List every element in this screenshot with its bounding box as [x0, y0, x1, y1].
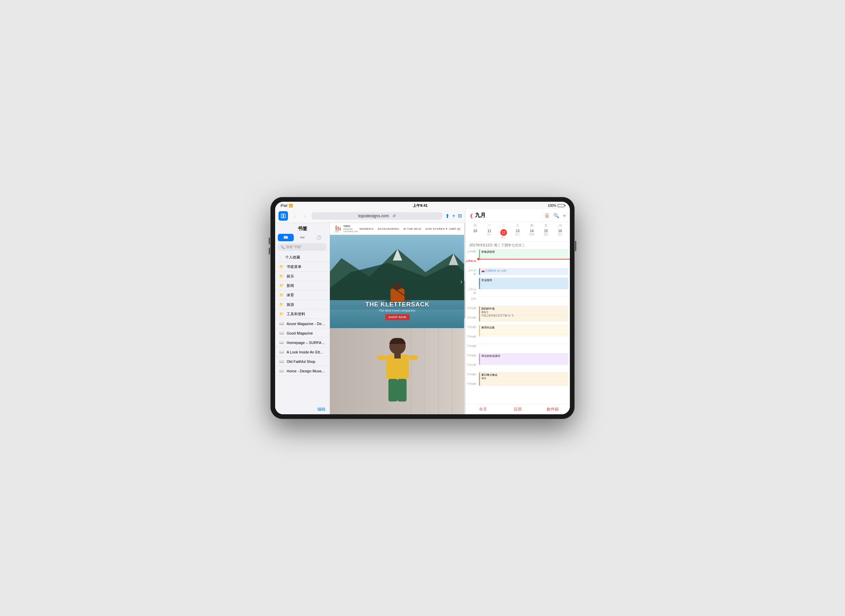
- tab-reading[interactable]: 👓: [294, 234, 310, 241]
- cal-day-10[interactable]: 10: [468, 229, 482, 240]
- share-icon[interactable]: ⬆: [445, 213, 450, 219]
- status-bar: iPad 📶 上午9:41 100%: [275, 202, 570, 209]
- time-label: 上午9时: [465, 249, 478, 258]
- sidebar-item-favorites[interactable]: ☆ 个人收藏 ›: [275, 253, 330, 262]
- sidebar-item-tools[interactable]: 📁 工具和资料: [275, 309, 330, 319]
- forward-button[interactable]: ›: [301, 212, 309, 220]
- nav-accessories[interactable]: ACCESSORIES: [377, 227, 399, 230]
- time-content: [478, 381, 570, 391]
- time-content: 🚗 行程时间 30 分钟: [478, 268, 570, 277]
- sidebar-item-sports[interactable]: 📁 体育: [275, 290, 330, 300]
- sidebar-items-list: ☆ 个人收藏 › 📁 书签菜单 📁 娱乐: [275, 253, 330, 405]
- weekday-sun: 日: [468, 223, 482, 228]
- shop-now-button[interactable]: SHOP NOW: [385, 314, 410, 320]
- calendar-button[interactable]: 日历: [500, 406, 535, 412]
- nav-womens[interactable]: WOMEN'S: [359, 227, 374, 230]
- star-icon: ☆: [279, 255, 283, 260]
- time-content-current: [478, 258, 570, 268]
- toolbar-actions: ⬆ + ⧉: [445, 213, 462, 219]
- sidebar-item-entertainment[interactable]: 📁 娱乐: [275, 272, 330, 281]
- sidebar-item-design-museum[interactable]: 📖 Home - Design Museum: [275, 366, 330, 376]
- ipad-screen: iPad 📶 上午9:41 100%: [275, 202, 570, 414]
- address-bar[interactable]: topodesigns.com ↺: [312, 212, 442, 220]
- calendar-list-icon[interactable]: ☰: [545, 213, 549, 218]
- scroll-thumb[interactable]: [464, 280, 465, 319]
- sidebar-item-label: 书签菜单: [287, 264, 326, 269]
- battery-percent: 100%: [547, 204, 556, 207]
- folder-icon: 📁: [279, 274, 284, 279]
- sidebar-tabs: 📖 👓 🕐: [275, 234, 330, 243]
- sidebar-item-azure[interactable]: 📖 Azure Magazine - Design | Arc...: [275, 319, 330, 329]
- calendar-add-icon[interactable]: +: [563, 213, 566, 218]
- next-slide-arrow[interactable]: ›: [461, 278, 462, 285]
- cal-day-16[interactable]: 16 廿六: [553, 229, 567, 240]
- sidebar-item-ettore[interactable]: 📖 A Look Inside An Ettore Sotts...: [275, 348, 330, 357]
- event-title: 跟妈妈午饭: [481, 307, 567, 311]
- sidebar-title: 书签: [275, 223, 330, 234]
- event-title: 夏日篝火晚会: [481, 373, 567, 377]
- hero-image-top: THE KLETTERSACK The ideal travel compani…: [330, 235, 465, 328]
- bookmarks-sidebar: 书签 📖 👓 🕐 🔍 搜索"书签": [275, 223, 330, 414]
- status-bar-time: 上午9:41: [413, 203, 428, 208]
- sidebar-item-surface[interactable]: 📖 Homepage – SURFACE: [275, 338, 330, 348]
- svg-rect-0: [281, 214, 283, 218]
- nav-in-the-wild[interactable]: IN THE WILD: [403, 227, 421, 230]
- inbox-button[interactable]: 收件箱: [535, 406, 570, 412]
- time-content: [478, 315, 570, 325]
- sidebar-item-label: A Look Inside An Ettore Sotts...: [287, 350, 326, 354]
- time-slot-5pm: 下午5时: [465, 344, 570, 353]
- event-travel[interactable]: 🚗 行程时间 30 分钟: [479, 268, 569, 275]
- volume-down-button[interactable]: [269, 248, 270, 254]
- cal-day-14[interactable]: 14 廿四: [525, 229, 539, 240]
- event-aerobics[interactable]: 有氧训练营: [479, 249, 569, 258]
- time-slot-11am: 上午11时: [465, 287, 570, 296]
- sidebar-item-label: Home - Design Museum: [287, 369, 326, 373]
- bookmarks-button[interactable]: [279, 211, 288, 221]
- power-button[interactable]: [575, 241, 576, 251]
- web-content-area: TOPO DESIGNS TOPO DESIGNS COLORADO, USA: [330, 223, 465, 414]
- cal-day-15[interactable]: 15 廿五: [539, 229, 553, 240]
- calendar-days: 10 11 廿一 12 廿二 13 廿三: [468, 229, 567, 240]
- cal-day-13[interactable]: 13 廿三: [511, 229, 525, 240]
- cal-day-11[interactable]: 11 廿一: [482, 229, 497, 240]
- tab-bookmarks[interactable]: 📖: [278, 234, 294, 241]
- nav-our-stores[interactable]: OUR STORES ▾: [425, 227, 447, 230]
- tabs-icon[interactable]: ⧉: [458, 213, 462, 219]
- volume-up-button[interactable]: [269, 238, 270, 244]
- sidebar-item-good-magazine[interactable]: 📖 Good Magazine: [275, 329, 330, 338]
- calendar-back-button[interactable]: ❮: [469, 213, 474, 218]
- time-label: 下午7时: [465, 362, 478, 372]
- chevron-right-icon: ›: [324, 256, 326, 259]
- sidebar-item-bookmarks-menu[interactable]: 📁 书签菜单: [275, 262, 330, 272]
- time-content: 夏日篝火晚会 海湾: [478, 372, 570, 381]
- refresh-icon[interactable]: ↺: [392, 214, 396, 218]
- new-tab-icon[interactable]: +: [452, 213, 455, 219]
- back-button[interactable]: ‹: [291, 212, 299, 220]
- sidebar-item-old-faithful[interactable]: 📖 Old Faithful Shop: [275, 357, 330, 366]
- calendar-header: ❮ 九月 ☰ 🔍 +: [465, 209, 570, 222]
- time-slot-academic: 学业指导: [465, 277, 570, 287]
- weekday-thu: 四: [525, 223, 539, 228]
- safari-panel: ‹ › topodesigns.com ↺ ⬆ + ⧉: [275, 209, 465, 414]
- sidebar-item-label: 体育: [287, 293, 326, 298]
- hero-subtitle: The ideal travel companion.: [365, 309, 430, 312]
- time-slot-9am: 上午9时 有氧训练营: [465, 249, 570, 258]
- topo-logo: TOPO DESIGNS TOPO DESIGNS COLORADO, USA: [334, 225, 358, 232]
- bookmark-search[interactable]: 🔍 搜索"书签": [278, 243, 327, 251]
- sidebar-item-label: Azure Magazine - Design | Arc...: [287, 322, 326, 326]
- topo-header: TOPO DESIGNS TOPO DESIGNS COLORADO, USA: [330, 223, 465, 235]
- time-content: 跟妈妈午饭 老吉士 中国上海市徐汇区天平路 41 号: [478, 306, 570, 315]
- today-button[interactable]: 今天: [465, 406, 500, 412]
- calendar-search-icon[interactable]: 🔍: [553, 213, 559, 218]
- folder-icon: 📁: [279, 293, 284, 297]
- book-icon: 📖: [279, 331, 284, 335]
- sidebar-item-label: 个人收藏: [285, 255, 322, 260]
- sidebar-item-news[interactable]: 📁 新闻: [275, 281, 330, 290]
- sidebar-edit-button[interactable]: 编辑: [275, 405, 330, 414]
- event-subtitle: 海湾: [481, 377, 567, 380]
- cart-indicator[interactable]: CART (0): [449, 227, 461, 230]
- cal-day-12-today[interactable]: 12 廿二: [497, 229, 511, 240]
- tab-history[interactable]: 🕐: [311, 234, 327, 241]
- folder-icon: 📁: [279, 265, 284, 269]
- sidebar-item-travel[interactable]: 📁 旅游: [275, 300, 330, 309]
